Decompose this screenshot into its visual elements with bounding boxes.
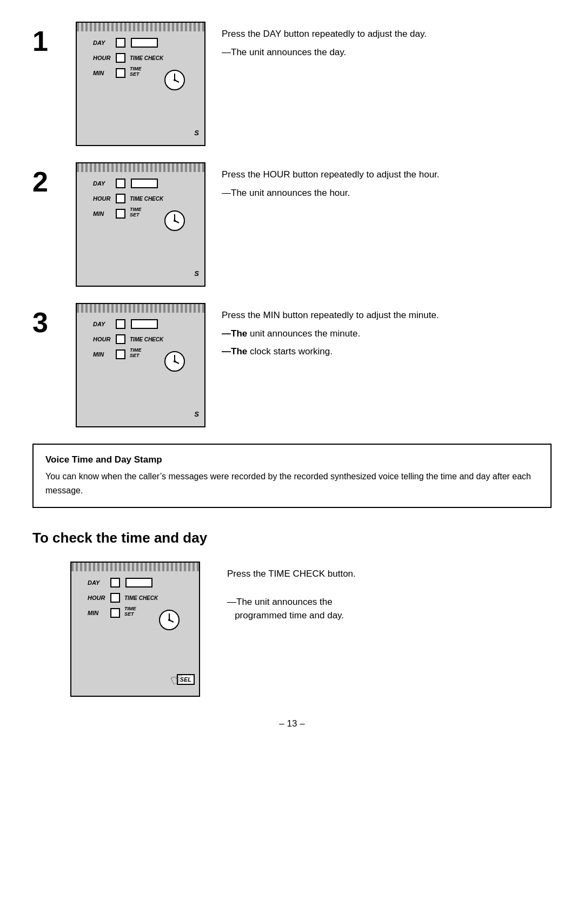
- time-check-label-2: TIME CHECK: [130, 196, 163, 202]
- step-2-diagram: DAY HOUR TIME CHECK MIN TIMESET: [76, 162, 205, 287]
- clock-icon-2: [164, 210, 185, 232]
- tc-min-label: MIN: [88, 610, 109, 616]
- step-2-number: 2: [32, 168, 70, 196]
- step-2-sub-0: —The unit announces the hour.: [222, 186, 552, 200]
- info-box-text: You can know when the caller’s messages …: [45, 470, 539, 497]
- min-label-1: MIN: [93, 70, 115, 76]
- hour-button-2: [116, 194, 125, 203]
- tc-time-set-label: TIMESET: [124, 606, 136, 617]
- info-box-title: Voice Time and Day Stamp: [45, 454, 539, 465]
- day-rect-3: [131, 319, 158, 329]
- tc-day-label: DAY: [88, 579, 109, 586]
- tc-day-button: [110, 578, 120, 588]
- step-1-row: 1 DAY HOUR TIME CHECK: [32, 22, 552, 146]
- day-rect-2: [131, 179, 158, 188]
- tc-day-rect: [125, 578, 152, 588]
- finger-cursor-icon: ☞: [168, 669, 187, 690]
- min-button-3: [116, 349, 125, 359]
- tc-clock-icon: [158, 609, 180, 631]
- time-check-row: DAY HOUR TIME CHECK MIN TIMESET: [32, 562, 552, 697]
- min-label-3: MIN: [93, 351, 115, 358]
- tc-min-button: [110, 608, 120, 618]
- step-2-row: 2 DAY HOUR TIME CHECK MIN: [32, 162, 552, 287]
- svg-point-15: [168, 619, 170, 621]
- info-box: Voice Time and Day Stamp You can know wh…: [32, 444, 552, 508]
- hour-label-1: HOUR: [93, 55, 115, 61]
- s-label-1: S: [194, 129, 199, 137]
- day-button-3: [116, 319, 125, 329]
- hour-label-2: HOUR: [93, 195, 115, 202]
- time-set-label-3: TIMESET: [130, 348, 142, 359]
- clock-icon-3: [164, 351, 185, 372]
- step-3-row: 3 DAY HOUR TIME CHECK MIN: [32, 303, 552, 427]
- step-3-diagram: DAY HOUR TIME CHECK MIN TIMESET: [76, 303, 205, 427]
- svg-point-7: [174, 220, 176, 222]
- time-check-description: Press the TIME CHECK button. —The unit a…: [227, 562, 552, 627]
- step-3-number: 3: [32, 308, 70, 336]
- day-label-3: DAY: [93, 321, 115, 327]
- step-1-main: Press the DAY button repeatedly to adjus…: [222, 27, 552, 41]
- tc-hour-button: [110, 593, 120, 603]
- tc-hour-label: HOUR: [88, 595, 109, 601]
- step-3-sub-1: —The clock starts working.: [222, 345, 552, 359]
- step-2-main: Press the HOUR button repeatedly to adju…: [222, 168, 552, 182]
- day-label-1: DAY: [93, 39, 115, 46]
- day-button-1: [116, 38, 125, 48]
- day-rect-1: [131, 38, 158, 48]
- hour-button-1: [116, 53, 125, 63]
- time-set-label-1: TIMESET: [130, 67, 142, 77]
- time-check-label-3: TIME CHECK: [130, 336, 163, 342]
- s-label-3: S: [194, 410, 199, 418]
- tc-time-check-label: TIME CHECK: [124, 595, 158, 601]
- s-label-2: S: [194, 269, 199, 278]
- step-1-diagram: DAY HOUR TIME CHECK MIN: [76, 22, 205, 146]
- step-2-description: Press the HOUR button repeatedly to adju…: [222, 162, 552, 204]
- time-check-heading: To check the time and day: [32, 530, 552, 546]
- time-check-main: Press the TIME CHECK button.: [227, 567, 552, 581]
- svg-point-3: [174, 79, 176, 81]
- min-button-2: [116, 209, 125, 219]
- step-3-main: Press the MIN button repeatedly to adjus…: [222, 308, 552, 322]
- page-number: – 13 –: [32, 718, 552, 729]
- hour-label-3: HOUR: [93, 336, 115, 342]
- step-1-number: 1: [32, 27, 70, 55]
- min-label-2: MIN: [93, 210, 115, 217]
- time-set-label-2: TIMESET: [130, 207, 142, 218]
- time-check-label-1: TIME CHECK: [130, 55, 163, 61]
- step-3-sub-0: —The unit announces the minute.: [222, 327, 552, 341]
- day-label-2: DAY: [93, 180, 115, 187]
- day-button-2: [116, 179, 125, 188]
- step-3-description: Press the MIN button repeatedly to adjus…: [222, 303, 552, 363]
- time-check-diagram: DAY HOUR TIME CHECK MIN TIMESET: [70, 562, 200, 697]
- hour-button-3: [116, 334, 125, 344]
- step-1-description: Press the DAY button repeatedly to adjus…: [222, 22, 552, 63]
- clock-icon-1: [164, 69, 185, 91]
- step-1-sub-0: —The unit announces the day.: [222, 45, 552, 60]
- time-check-sub-0: —The unit announces the programmed time …: [227, 595, 552, 623]
- svg-point-11: [174, 360, 176, 362]
- min-button-1: [116, 68, 125, 78]
